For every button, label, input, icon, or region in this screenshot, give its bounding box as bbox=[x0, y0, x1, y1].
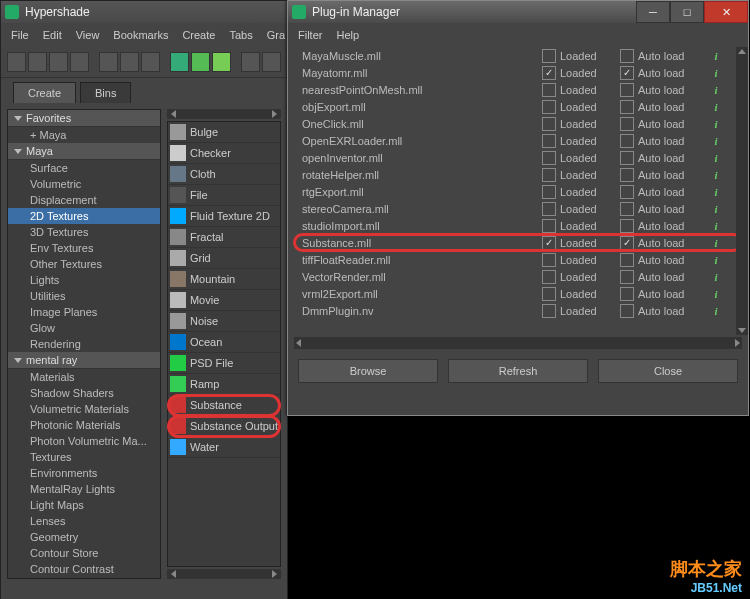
texture-item[interactable]: Fluid Texture 2D bbox=[168, 206, 280, 227]
tree-item[interactable]: Rendering bbox=[8, 336, 160, 352]
texture-item[interactable]: Substance Output bbox=[168, 416, 280, 437]
loaded-checkbox[interactable]: ✓ bbox=[542, 66, 556, 80]
info-icon[interactable]: i bbox=[710, 135, 722, 147]
tree-item[interactable]: Glow bbox=[8, 320, 160, 336]
loaded-checkbox[interactable] bbox=[542, 168, 556, 182]
info-icon[interactable]: i bbox=[710, 254, 722, 266]
autoload-checkbox[interactable] bbox=[620, 287, 634, 301]
menu-graph[interactable]: Gra bbox=[267, 29, 285, 41]
texture-item[interactable]: Movie bbox=[168, 290, 280, 311]
toolbar-btn[interactable] bbox=[70, 52, 89, 72]
tree-item[interactable]: 2D Textures bbox=[8, 208, 160, 224]
tree-section[interactable]: mental ray bbox=[8, 352, 160, 369]
autoload-checkbox[interactable] bbox=[620, 168, 634, 182]
minimize-button[interactable]: ─ bbox=[636, 1, 670, 23]
tree-section[interactable]: Maya bbox=[8, 143, 160, 160]
tree-item[interactable]: Contour Contrast bbox=[8, 561, 160, 577]
toolbar-btn[interactable] bbox=[241, 52, 260, 72]
info-icon[interactable]: i bbox=[710, 169, 722, 181]
toolbar-btn[interactable] bbox=[7, 52, 26, 72]
autoload-checkbox[interactable] bbox=[620, 304, 634, 318]
texture-item[interactable]: Noise bbox=[168, 311, 280, 332]
autoload-checkbox[interactable] bbox=[620, 134, 634, 148]
tree-item[interactable]: Contour Store bbox=[8, 545, 160, 561]
texture-item[interactable]: Grid bbox=[168, 248, 280, 269]
toolbar-btn[interactable] bbox=[120, 52, 139, 72]
plugin-hscroll[interactable] bbox=[294, 337, 742, 349]
close-button[interactable]: ✕ bbox=[704, 1, 748, 23]
loaded-checkbox[interactable] bbox=[542, 219, 556, 233]
tab-create[interactable]: Create bbox=[13, 82, 76, 103]
autoload-checkbox[interactable] bbox=[620, 185, 634, 199]
texture-item[interactable]: Fractal bbox=[168, 227, 280, 248]
menu-create[interactable]: Create bbox=[182, 29, 215, 41]
loaded-checkbox[interactable] bbox=[542, 151, 556, 165]
loaded-checkbox[interactable] bbox=[542, 117, 556, 131]
autoload-checkbox[interactable] bbox=[620, 151, 634, 165]
autoload-checkbox[interactable] bbox=[620, 83, 634, 97]
loaded-checkbox[interactable] bbox=[542, 49, 556, 63]
toolbar-btn[interactable] bbox=[191, 52, 210, 72]
autoload-checkbox[interactable] bbox=[620, 49, 634, 63]
tree-item[interactable]: Materials bbox=[8, 369, 160, 385]
tree-item[interactable]: Lenses bbox=[8, 513, 160, 529]
menu-file[interactable]: File bbox=[11, 29, 29, 41]
texture-item[interactable]: PSD File bbox=[168, 353, 280, 374]
autoload-checkbox[interactable]: ✓ bbox=[620, 236, 634, 250]
tree-item[interactable]: Utilities bbox=[8, 288, 160, 304]
toolbar-btn[interactable] bbox=[170, 52, 189, 72]
tree-item[interactable]: + Maya bbox=[8, 127, 160, 143]
toolbar-btn[interactable] bbox=[141, 52, 160, 72]
info-icon[interactable]: i bbox=[710, 203, 722, 215]
loaded-checkbox[interactable] bbox=[542, 100, 556, 114]
tree-item[interactable]: Displacement bbox=[8, 192, 160, 208]
autoload-checkbox[interactable] bbox=[620, 100, 634, 114]
info-icon[interactable]: i bbox=[710, 237, 722, 249]
info-icon[interactable]: i bbox=[710, 101, 722, 113]
tree-item[interactable]: Other Textures bbox=[8, 256, 160, 272]
info-icon[interactable]: i bbox=[710, 220, 722, 232]
menu-edit[interactable]: Edit bbox=[43, 29, 62, 41]
tree-item[interactable]: Image Planes bbox=[8, 304, 160, 320]
info-icon[interactable]: i bbox=[710, 186, 722, 198]
texture-scroll-top[interactable] bbox=[167, 109, 281, 119]
toolbar-btn[interactable] bbox=[262, 52, 281, 72]
info-icon[interactable]: i bbox=[710, 50, 722, 62]
tree-item[interactable]: Photonic Materials bbox=[8, 417, 160, 433]
browse-button[interactable]: Browse bbox=[298, 359, 438, 383]
info-icon[interactable]: i bbox=[710, 305, 722, 317]
autoload-checkbox[interactable] bbox=[620, 253, 634, 267]
tree-item[interactable]: Geometry bbox=[8, 529, 160, 545]
tree-item[interactable]: Lights bbox=[8, 272, 160, 288]
loaded-checkbox[interactable] bbox=[542, 202, 556, 216]
tree-item[interactable]: Shadow Shaders bbox=[8, 385, 160, 401]
texture-item[interactable]: Mountain bbox=[168, 269, 280, 290]
plugin-titlebar[interactable]: Plug-in Manager ─ □ ✕ bbox=[288, 1, 748, 23]
info-icon[interactable]: i bbox=[710, 118, 722, 130]
close-dialog-button[interactable]: Close bbox=[598, 359, 738, 383]
loaded-checkbox[interactable] bbox=[542, 185, 556, 199]
menu-filter[interactable]: Filter bbox=[298, 29, 322, 41]
tree-item[interactable]: Environments bbox=[8, 465, 160, 481]
plugin-scrollbar[interactable] bbox=[736, 47, 748, 335]
toolbar-btn[interactable] bbox=[99, 52, 118, 72]
refresh-button[interactable]: Refresh bbox=[448, 359, 588, 383]
loaded-checkbox[interactable] bbox=[542, 253, 556, 267]
tree-item[interactable]: Volumetric bbox=[8, 176, 160, 192]
tree-item[interactable]: Photon Volumetric Ma... bbox=[8, 433, 160, 449]
tree-item[interactable]: Volumetric Materials bbox=[8, 401, 160, 417]
loaded-checkbox[interactable] bbox=[542, 83, 556, 97]
menu-help[interactable]: Help bbox=[336, 29, 359, 41]
maximize-button[interactable]: □ bbox=[670, 1, 704, 23]
loaded-checkbox[interactable] bbox=[542, 134, 556, 148]
info-icon[interactable]: i bbox=[710, 67, 722, 79]
tree-item[interactable]: 3D Textures bbox=[8, 224, 160, 240]
hypershade-titlebar[interactable]: Hypershade bbox=[1, 1, 287, 23]
texture-item[interactable]: Ocean bbox=[168, 332, 280, 353]
texture-item[interactable]: Cloth bbox=[168, 164, 280, 185]
tree-section[interactable]: Favorites bbox=[8, 110, 160, 127]
category-tree[interactable]: Favorites+ MayaMayaSurfaceVolumetricDisp… bbox=[7, 109, 161, 579]
tree-item[interactable]: MentalRay Lights bbox=[8, 481, 160, 497]
tab-bins[interactable]: Bins bbox=[80, 82, 131, 103]
info-icon[interactable]: i bbox=[710, 271, 722, 283]
